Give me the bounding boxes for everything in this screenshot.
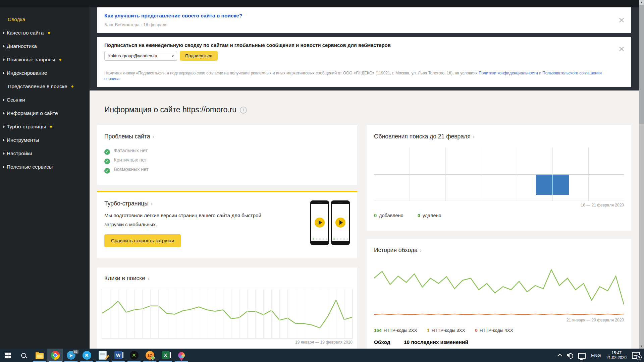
legend-label: HTTP-коды 3XX: [432, 328, 465, 333]
network-icon[interactable]: [578, 353, 586, 359]
taskbar-1c-button[interactable]: 1С: [142, 349, 158, 362]
blog-post-link[interactable]: Как улучшить представление своего сайта …: [104, 13, 242, 19]
disclaimer-text: Нажимая кнопку «Подписаться», я подтверж…: [104, 71, 479, 75]
sidebar-item-links[interactable]: Ссылки: [0, 93, 90, 107]
phone-speaker-icon: [338, 202, 343, 202]
expand-arrow-icon: [3, 32, 5, 34]
chevron-right-icon: ›: [420, 247, 422, 253]
problem-item-text: Критичных нет: [114, 157, 147, 163]
turbo-pages-title-link[interactable]: Турбо-страницы›: [104, 200, 153, 207]
blog-banner: Как улучшить представление своего сайта …: [97, 7, 631, 33]
taskbar-maps-button[interactable]: [173, 349, 189, 362]
info-icon[interactable]: i: [240, 107, 247, 114]
sidebar-item-label: Качество сайта: [7, 30, 44, 36]
updates-bar-chart: [374, 147, 624, 201]
email-select[interactable]: kaktus-group@yandex.ru ∨: [104, 51, 177, 61]
taskbar-search-button[interactable]: [16, 349, 32, 362]
legend-label: HTTP-коды 2XX: [384, 328, 417, 333]
added-label: добавлено: [379, 213, 404, 218]
sidebar-item-settings[interactable]: Настройки: [0, 147, 90, 160]
card-title-text: Турбо-страницы: [104, 200, 149, 207]
volume-icon[interactable]: [567, 353, 573, 358]
taskbar-clock[interactable]: 15:47 21.02.2020: [606, 351, 627, 360]
chart-gridline: [134, 289, 135, 338]
sidebar-item-tools[interactable]: Инструменты: [0, 133, 90, 147]
taskbar: ➤ 53 S W ✕ 1С X ENG 15:47 21.02.2020: [0, 349, 644, 362]
chart-gridline: [312, 289, 312, 338]
sidebar-item-summary[interactable]: Сводка: [0, 13, 90, 26]
sidebar-item-turbo-pages[interactable]: Турбо-страницы: [0, 120, 90, 133]
subscribe-button[interactable]: Подписаться: [180, 51, 218, 61]
chart-gridline: [320, 289, 320, 338]
taskbar-skype-button[interactable]: S: [79, 349, 95, 362]
sidebar-item-indexing[interactable]: Индексирование: [0, 66, 90, 80]
chrome-icon: [51, 351, 60, 360]
system-tray: ENG 15:47 21.02.2020 5: [558, 349, 644, 362]
scroll-down-icon[interactable]: ▼: [639, 344, 644, 349]
sidebar-item-search-appearance[interactable]: Представление в поиске: [0, 80, 90, 93]
taskbar-word-button[interactable]: W: [110, 349, 126, 362]
sidebar-item-label: Сводка: [8, 16, 25, 22]
crawl-history-card: История обхода› 21 января — 20 февраля 2…: [367, 239, 631, 349]
chart-gridline: [481, 147, 481, 201]
crawl-history-title-link[interactable]: История обхода›: [374, 247, 422, 254]
close-icon[interactable]: ×: [616, 44, 627, 54]
sidebar-item-label: Диагностика: [7, 43, 37, 49]
phone-mockups: [310, 200, 350, 245]
taskbar-notes-button[interactable]: [95, 349, 110, 362]
play-button-icon[interactable]: [335, 218, 345, 228]
site-problems-title-link[interactable]: Проблемы сайта›: [104, 133, 154, 140]
tray-chevron-up-icon[interactable]: [557, 354, 562, 358]
http-codes-legend: 164HTTP-коды 2XX 1HTTP-коды 3XX 0HTTP-ко…: [374, 328, 522, 333]
chart-gridline: [517, 147, 517, 201]
subscribe-banner: Подписаться на еженедельную сводку по са…: [97, 37, 631, 87]
notification-center-icon[interactable]: 5: [632, 352, 640, 359]
removed-count: 0удалено: [418, 213, 441, 218]
sidebar-item-search-queries[interactable]: Поисковые запросы: [0, 53, 90, 66]
search-clicks-title-link[interactable]: Клики в поиске›: [104, 275, 149, 282]
privacy-policy-link[interactable]: Политики конфиденциальности: [479, 71, 538, 75]
start-button[interactable]: [0, 349, 16, 362]
taskbar-green-x-app-button[interactable]: ✕: [126, 349, 142, 362]
sidebar-item-site-info[interactable]: Информация о сайте: [0, 107, 90, 120]
check-circle-icon: ✓: [104, 159, 110, 164]
phone-screen: [332, 204, 349, 241]
chart-date-range: 19 января — 19 февраля 2020: [295, 340, 353, 345]
word-icon: W: [114, 351, 122, 359]
problem-item-text: Возможных нет: [114, 167, 149, 172]
updates-counts: 0добавлено 0удалено: [374, 213, 454, 218]
chart-gridline: [247, 289, 248, 338]
chart-gridline: [328, 289, 328, 338]
compare-speed-button[interactable]: Сравнить скорость загрузки: [104, 234, 181, 247]
chevron-down-icon: ∨: [171, 54, 174, 58]
sidebar-item-label: Настройки: [7, 150, 32, 156]
expand-arrow-icon: [3, 139, 5, 141]
taskbar-explorer-button[interactable]: [32, 349, 47, 362]
expand-arrow-icon: [3, 112, 5, 115]
scrollbar[interactable]: ▲ ▼: [639, 0, 644, 349]
legend-value: 1: [427, 328, 430, 333]
scrollbar-thumb[interactable]: [639, 5, 644, 124]
expand-arrow-icon: [3, 45, 5, 48]
tab-last-changes[interactable]: 10 последних изменений: [404, 339, 468, 345]
notification-badge: 5: [636, 355, 642, 360]
search-updates-title-link[interactable]: Обновления поиска до 21 февраля›: [374, 133, 475, 140]
chart-gridline: [336, 289, 336, 338]
language-indicator[interactable]: ENG: [591, 353, 601, 358]
chart-gridline: [126, 289, 126, 338]
blog-post-meta: Блог Вебмастера · 18 февраля: [104, 22, 167, 27]
sidebar-item-label: Представление в поиске: [8, 83, 67, 89]
taskbar-excel-button[interactable]: X: [158, 349, 173, 362]
site-problems-card: Проблемы сайта› ✓Фатальных нет ✓Критичны…: [97, 125, 357, 185]
expand-arrow-icon: [3, 152, 5, 155]
sidebar-item-site-quality[interactable]: Качество сайта: [0, 26, 90, 40]
scroll-up-icon[interactable]: ▲: [639, 0, 644, 5]
sidebar-item-diagnostics[interactable]: Диагностика: [0, 40, 90, 53]
taskbar-telegram-button[interactable]: ➤ 53: [63, 349, 79, 362]
taskbar-chrome-button[interactable]: [47, 349, 63, 362]
play-button-icon[interactable]: [315, 218, 325, 228]
sidebar-item-useful-services[interactable]: Полезные сервисы: [0, 160, 90, 174]
expand-arrow-icon: [3, 72, 5, 74]
tab-crawl[interactable]: Обход: [374, 339, 390, 345]
close-icon[interactable]: ×: [616, 15, 627, 25]
